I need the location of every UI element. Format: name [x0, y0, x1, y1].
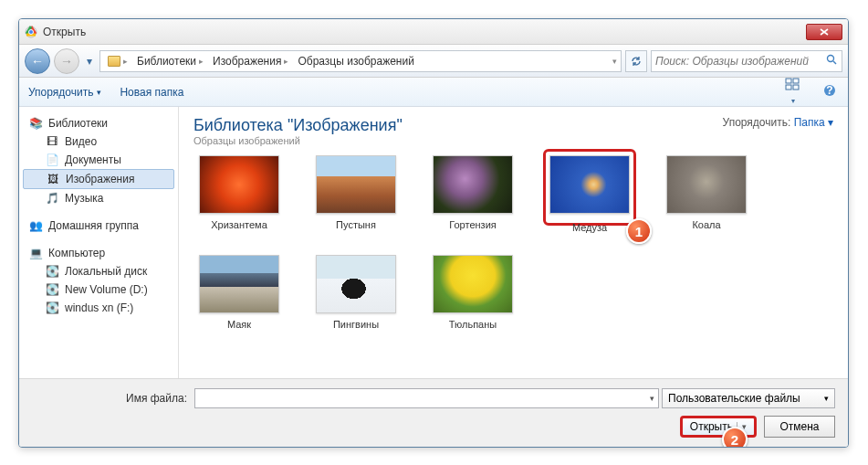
- breadcrumb[interactable]: ▸ Библиотеки▸ Изображения▸ Образцы изобр…: [99, 50, 622, 72]
- view-mode-button[interactable]: ▾: [784, 78, 802, 106]
- libraries-icon: 📚: [28, 117, 43, 130]
- svg-rect-6: [793, 79, 799, 83]
- thumb-hydrangea[interactable]: Гортензия: [427, 155, 518, 233]
- image-icon: [433, 155, 513, 214]
- cancel-button[interactable]: Отмена: [764, 416, 835, 438]
- music-icon: 🎵: [45, 192, 59, 205]
- filename-input[interactable]: [194, 388, 659, 408]
- search-icon: [826, 54, 838, 69]
- breadcrumb-sample-pictures[interactable]: Образцы изображений: [294, 53, 417, 69]
- content-area: Библиотека "Изображения" Образцы изображ…: [179, 107, 848, 378]
- sidebar: 📚Библиотеки 🎞Видео 📄Документы 🖼Изображен…: [19, 107, 179, 378]
- sidebar-new-volume[interactable]: 💽New Volume (D:): [23, 280, 174, 299]
- filename-label: Имя файла:: [32, 392, 187, 405]
- organize-menu[interactable]: Упорядочить ▾: [28, 86, 101, 99]
- arrange-label: Упорядочить:: [723, 116, 791, 129]
- svg-text:?: ?: [826, 84, 832, 97]
- breadcrumb-pictures[interactable]: Изображения▸: [209, 53, 292, 69]
- sidebar-video[interactable]: 🎞Видео: [23, 132, 174, 151]
- chevron-down-icon[interactable]: ▾: [650, 394, 654, 403]
- chevron-down-icon: ▾: [97, 88, 101, 97]
- chevron-down-icon: ▾: [824, 394, 829, 403]
- thumb-jellyfish[interactable]: Медуза 1: [544, 155, 635, 233]
- image-icon: [316, 155, 396, 214]
- sidebar-documents[interactable]: 📄Документы: [23, 151, 174, 169]
- open-file-dialog: Открыть ← → ▾ ▸ Библиотеки▸ Изображения▸…: [18, 18, 849, 448]
- search-box[interactable]: [651, 50, 842, 72]
- annotation-marker-2: 2: [722, 427, 748, 448]
- breadcrumb-root[interactable]: ▸: [104, 54, 131, 69]
- svg-rect-5: [786, 85, 791, 90]
- thumb-desert[interactable]: Пустыня: [310, 155, 402, 233]
- chevron-right-icon: ▸: [284, 57, 288, 66]
- footer: Имя файла: ▾ Пользовательские файлы▾ Отк…: [19, 378, 848, 447]
- window-title: Открыть: [43, 26, 806, 38]
- nav-bar: ← → ▾ ▸ Библиотеки▸ Изображения▸ Образцы…: [19, 45, 848, 78]
- chevron-right-icon: ▸: [199, 57, 204, 66]
- filetype-dropdown[interactable]: Пользовательские файлы▾: [662, 388, 835, 408]
- image-icon: [549, 155, 630, 214]
- thumb-chrysanthemum[interactable]: Хризантема: [193, 155, 285, 233]
- sidebar-windus[interactable]: 💽windus xn (F:): [23, 299, 174, 317]
- svg-rect-7: [793, 85, 799, 90]
- arrange-dropdown[interactable]: Папка ▾: [794, 116, 833, 129]
- image-icon: [199, 255, 279, 313]
- library-title: Библиотека "Изображения": [193, 116, 403, 135]
- annotation-marker-1: 1: [626, 218, 652, 244]
- arrow-right-icon: →: [60, 54, 73, 69]
- nav-history-dropdown[interactable]: ▾: [83, 52, 96, 70]
- svg-point-2: [29, 29, 34, 34]
- forward-button[interactable]: →: [54, 48, 79, 74]
- thumb-penguins[interactable]: Пингвины: [310, 255, 402, 330]
- folder-icon: [108, 56, 120, 67]
- video-icon: 🎞: [45, 135, 59, 148]
- thumb-koala[interactable]: Коала: [661, 155, 752, 233]
- thumb-tulips[interactable]: Тюльпаны: [427, 255, 518, 330]
- sidebar-pictures[interactable]: 🖼Изображения: [23, 169, 174, 189]
- chrome-icon: [25, 26, 37, 38]
- back-button[interactable]: ←: [25, 48, 50, 74]
- homegroup-icon: 👥: [28, 219, 43, 232]
- content-header: Библиотека "Изображения" Образцы изображ…: [193, 116, 833, 146]
- refresh-button[interactable]: [625, 50, 647, 72]
- close-button[interactable]: [806, 24, 842, 40]
- library-subtitle: Образцы изображений: [193, 135, 403, 146]
- sidebar-libraries[interactable]: 📚Библиотеки: [23, 114, 174, 132]
- chevron-right-icon: ▸: [123, 57, 128, 66]
- sidebar-computer[interactable]: 💻Компьютер: [23, 244, 174, 262]
- sidebar-homegroup[interactable]: 👥Домашняя группа: [23, 217, 174, 235]
- sidebar-local-disk[interactable]: 💽Локальный диск: [23, 262, 174, 280]
- pictures-icon: 🖼: [46, 173, 60, 185]
- image-icon: [666, 155, 747, 214]
- dialog-body: 📚Библиотеки 🎞Видео 📄Документы 🖼Изображен…: [19, 107, 848, 378]
- image-icon: [199, 155, 279, 214]
- chevron-down-icon[interactable]: ▾: [612, 57, 617, 66]
- new-folder-button[interactable]: Новая папка: [120, 86, 183, 99]
- refresh-icon: [630, 55, 643, 68]
- arrow-left-icon: ←: [31, 54, 44, 69]
- svg-rect-4: [786, 79, 791, 83]
- documents-icon: 📄: [45, 153, 59, 166]
- image-icon: [316, 255, 396, 313]
- image-icon: [433, 255, 513, 313]
- drive-icon: 💽: [45, 301, 59, 314]
- search-input[interactable]: [655, 55, 822, 68]
- drive-icon: 💽: [45, 265, 59, 278]
- computer-icon: 💻: [28, 247, 43, 259]
- help-button[interactable]: ?: [821, 84, 839, 100]
- thumbnail-grid: Хризантема Пустыня Гортензия Медуза 1 Ко…: [193, 155, 833, 330]
- sidebar-music[interactable]: 🎵Музыка: [23, 189, 174, 207]
- thumb-lighthouse[interactable]: Маяк: [193, 255, 285, 330]
- titlebar: Открыть: [19, 19, 848, 45]
- toolbar: Упорядочить ▾ Новая папка ▾ ?: [19, 78, 848, 107]
- drive-icon: 💽: [45, 283, 59, 296]
- breadcrumb-libraries[interactable]: Библиотеки▸: [133, 53, 207, 69]
- svg-point-3: [828, 55, 834, 61]
